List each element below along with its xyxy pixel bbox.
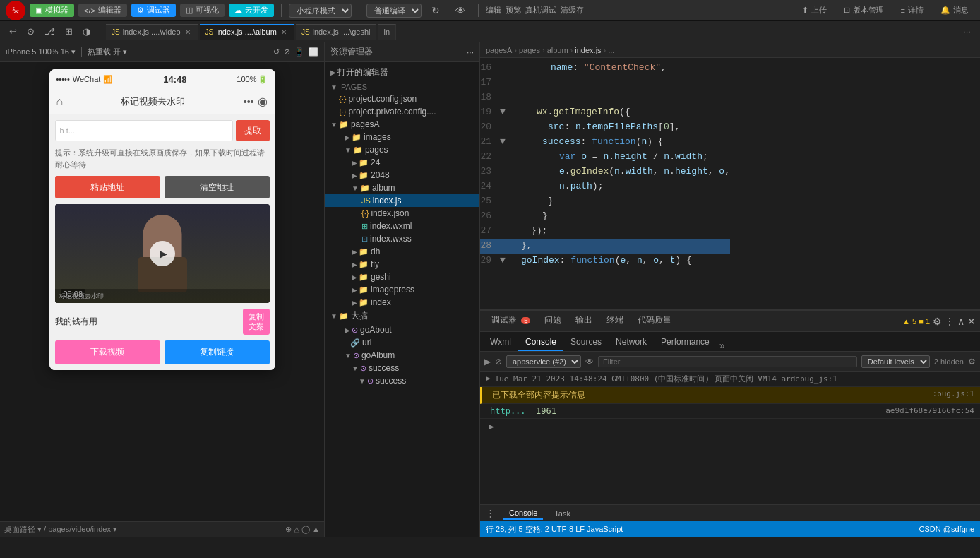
download-video-btn[interactable]: 下载视频 [55,340,160,364]
tab-close-album[interactable]: ✕ [280,28,288,36]
ellipsis-icon[interactable]: ⋮ [945,316,955,327]
panel-menu-icon[interactable]: ··· [467,47,474,57]
tab-sources[interactable]: Sources [563,334,609,351]
folder-success-1[interactable]: ▼ ⊙ success [325,362,479,374]
tab-album[interactable]: JS index.js ....\album ✕ [200,24,294,40]
open-editors-section[interactable]: ▶ 打开的编辑器 [325,65,479,80]
folder-geshi[interactable]: ▶ 📁 geshi [325,271,479,283]
cloud-btn[interactable]: ☁ 云开发 [229,4,274,17]
folder-pages[interactable]: ▼ 📁 pages [325,143,479,156]
url-input[interactable]: h t... [55,120,233,141]
tab-wxml[interactable]: Wxml [483,334,518,351]
filter-input[interactable] [598,356,857,367]
tab-console[interactable]: Console [518,334,563,351]
copy-text-btn[interactable]: 复制 文案 [243,309,270,335]
folder-goAlbum[interactable]: ▼ ⊙ goAlbum [325,349,479,362]
sim-refresh-icon[interactable]: ↺ [273,47,280,57]
preview-icon-btn[interactable]: 👁 [450,4,471,18]
folder-images[interactable]: ▶ 📁 images [325,131,479,143]
debug-btn[interactable]: ⚙ 调试器 [131,4,176,17]
file-index-wxss[interactable]: ⊡ index.wxss [325,232,479,245]
compile-select[interactable]: 普通编译 [366,4,422,18]
home-icon[interactable]: ⌂ [56,95,64,108]
chevron-up-icon[interactable]: ∧ [957,316,964,327]
folder-dagao[interactable]: ▼ 📁 大搞 [325,309,479,323]
wxss-icon: ⊡ [361,235,368,244]
row3-expand-arrow[interactable]: ▶ [486,421,494,432]
folder-goAbout[interactable]: ▶ ⊙ goAbout [325,323,479,336]
tab-performance[interactable]: Performance [654,334,717,351]
nav-dots[interactable]: ••• [244,96,254,107]
nav-scan[interactable]: ◉ [258,95,268,108]
upload-btn[interactable]: ⬆ 上传 [796,4,832,17]
tab-network[interactable]: Network [609,334,654,351]
file-project-config[interactable]: {·} project.config.json [325,93,479,105]
row2-url[interactable]: http... [490,406,526,416]
tab-in[interactable]: in [378,24,396,40]
file-index-js[interactable]: JS index.js [325,194,479,207]
bottom-menu-icon[interactable]: ⋮ [486,508,495,518]
folder-success-2[interactable]: ▼ ⊙ success [325,374,479,387]
bottom-tab-console[interactable]: Console [503,507,543,520]
clear-btn[interactable]: 清空地址 [165,176,270,198]
code-content[interactable]: 16 name: "ContentCheck", 17 18 [480,58,980,309]
editor-btn[interactable]: </> 编辑器 [78,4,127,17]
eye-icon[interactable]: 👁 [585,357,594,367]
sim-stop-icon[interactable]: ⊘ [284,47,290,57]
row0-expand[interactable]: ▶ [486,374,491,383]
tab-issues[interactable]: 问题 [537,311,568,331]
simulator-btn[interactable]: ▣ 模拟器 [30,4,74,17]
folder-imagepress[interactable]: ▶ 📁 imagepress [325,283,479,296]
tab-terminal[interactable]: 终端 [599,311,631,331]
branch-icon[interactable]: ⎇ [41,25,59,38]
js-icon-geshi: JS [301,28,310,36]
file-project-private[interactable]: {·} project.private.config.... [325,105,479,118]
refresh-btn[interactable]: ↻ [426,4,446,18]
service-select[interactable]: appservice (#2) [506,355,581,368]
more-tabs-icon[interactable]: ··· [960,25,974,38]
console-stop-icon[interactable]: ⊘ [495,357,502,367]
row2-source[interactable]: ae9d1f68e79166fc:54 [885,406,974,415]
close-devtools-icon[interactable]: ✕ [967,316,976,327]
tab-debugger[interactable]: 调试器 5 [484,311,537,331]
folder-24[interactable]: ▶ 📁 24 [325,156,479,169]
copy-link-btn[interactable]: 复制链接 [165,340,270,364]
visual-btn[interactable]: ◫ 可视化 [180,4,225,17]
folder-2048[interactable]: ▶ 📁 2048 [325,169,479,182]
version-btn[interactable]: ⊡ 版本管理 [838,4,890,17]
settings-console-icon[interactable]: ⚙ [968,357,976,367]
tab-geshi[interactable]: JS index.js ....\geshi [296,24,377,40]
tab-output[interactable]: 输出 [568,311,599,331]
grid-icon[interactable]: ⊞ [61,25,76,38]
bottom-tab-task[interactable]: Task [549,508,576,519]
sim-tablet-icon[interactable]: ⬜ [309,47,318,57]
message-btn[interactable]: 🔔 消息 [935,4,974,17]
row1-source[interactable]: :bug.js:1 [932,389,974,398]
extract-btn[interactable]: 提取 [236,120,270,141]
circle-icon[interactable]: ⊙ [23,25,38,38]
settings-icon[interactable]: ⚙ [933,316,942,327]
sim-phone-icon[interactable]: 📱 [294,47,304,57]
moon-icon[interactable]: ◑ [79,25,94,38]
file-index-json[interactable]: {·} index.json [325,207,479,220]
file-tree-container[interactable]: ▶ 打开的编辑器 ▼ PAGES {·} project.config.json… [325,62,479,537]
detail-btn[interactable]: ≡ 详情 [895,4,929,17]
file-index-wxml[interactable]: ⊞ index.wxml [325,220,479,232]
folder-index[interactable]: ▶ 📁 index [325,296,479,309]
tab-close-video[interactable]: ✕ [184,28,192,36]
folder-fly[interactable]: ▶ 📁 fly [325,258,479,271]
folder-album[interactable]: ▼ 📁 album [325,182,479,194]
paste-btn[interactable]: 粘贴地址 [55,176,160,198]
nav-back-icon[interactable]: ↩ [6,25,20,38]
console-play-icon[interactable]: ▶ [484,357,491,367]
levels-select[interactable]: Default levels [861,355,930,368]
tab-code-quality[interactable]: 代码质量 [631,311,679,331]
play-btn[interactable]: ▶ [150,241,175,266]
more-tabs-icon-2[interactable]: » [717,340,728,351]
folder-dh[interactable]: ▶ 📁 dh [325,245,479,258]
file-url[interactable]: 🔗 url [325,336,479,349]
tab-video[interactable]: JS index.js ....\video ✕ [106,24,198,40]
mode-select[interactable]: 小程序模式 [289,4,352,18]
folder-pagesA[interactable]: ▼ 📁 pagesA [325,118,479,131]
folder-geshi-label: geshi [371,272,391,282]
